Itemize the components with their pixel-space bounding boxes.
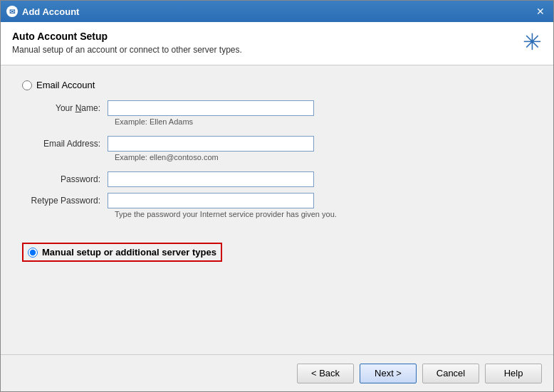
dialog-icon: ✉ — [6, 6, 18, 17]
password-row: Password: — [22, 171, 532, 187]
password-hint: Type the password your Internet service … — [115, 210, 532, 218]
dialog-title: Add Account — [22, 6, 529, 17]
add-account-dialog: ✉ Add Account ✕ Auto Account Setup Manua… — [0, 0, 554, 392]
email-address-label: Email Address: — [22, 139, 108, 149]
title-bar: ✉ Add Account ✕ — [1, 1, 553, 22]
header-text: Auto Account Setup Manual setup of an ac… — [12, 31, 242, 55]
header-subtitle: Manual setup of an account or connect to… — [12, 45, 242, 55]
cancel-button[interactable]: Cancel — [422, 364, 479, 383]
your-name-input[interactable] — [108, 100, 314, 116]
retype-password-group: Retype Password: Type the password your … — [22, 193, 532, 224]
email-address-hint: Example: ellen@contoso.com — [115, 153, 532, 161]
password-group: Password: — [22, 171, 532, 189]
email-address-input[interactable] — [108, 136, 314, 152]
email-address-row: Email Address: — [22, 136, 532, 152]
your-name-row: Your Name: — [22, 100, 532, 116]
header-section: Auto Account Setup Manual setup of an ac… — [1, 22, 553, 65]
email-account-option[interactable]: Email Account — [22, 80, 532, 90]
email-account-label[interactable]: Email Account — [36, 80, 95, 90]
help-button[interactable]: Help — [485, 364, 542, 383]
next-button[interactable]: Next > — [360, 364, 417, 383]
header-icon: ✳ — [523, 31, 542, 53]
your-name-label: Your Name: — [22, 103, 108, 113]
your-name-group: Your Name: Example: Ellen Adams — [22, 100, 532, 132]
email-address-group: Email Address: Example: ellen@contoso.co… — [22, 136, 532, 167]
header-title: Auto Account Setup — [12, 31, 242, 42]
password-input[interactable] — [108, 171, 314, 187]
manual-setup-option[interactable]: Manual setup or additional server types — [22, 243, 222, 262]
password-label: Password: — [22, 174, 108, 184]
manual-setup-label[interactable]: Manual setup or additional server types — [42, 247, 216, 258]
retype-password-label: Retype Password: — [22, 196, 108, 206]
footer: < Back Next > Cancel Help — [1, 354, 553, 391]
back-button[interactable]: < Back — [297, 364, 354, 383]
retype-password-input[interactable] — [108, 193, 314, 208]
manual-setup-radio[interactable] — [28, 248, 38, 258]
close-button[interactable]: ✕ — [533, 4, 548, 18]
email-account-radio[interactable] — [22, 80, 32, 90]
retype-password-row: Retype Password: — [22, 193, 532, 208]
content-area: Email Account Your Name: Example: Ellen … — [1, 65, 553, 354]
your-name-hint: Example: Ellen Adams — [115, 117, 532, 126]
